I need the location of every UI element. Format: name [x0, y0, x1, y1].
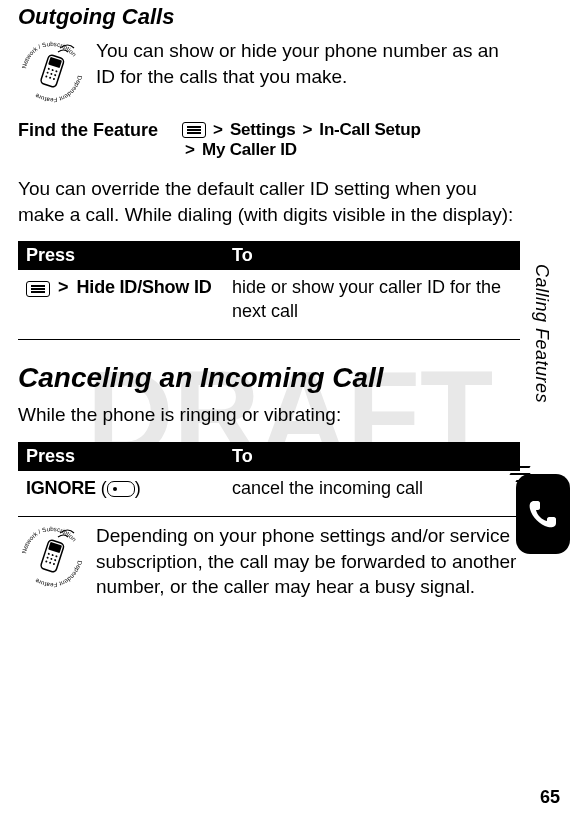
table-rule: [18, 339, 520, 340]
press-hide-show-id: Hide ID/Show ID: [77, 277, 212, 297]
col-to: To: [224, 442, 520, 471]
override-text: You can override the default caller ID s…: [18, 176, 520, 227]
col-press: Press: [18, 442, 224, 471]
find-the-feature-label: Find the Feature: [18, 120, 158, 160]
network-subscription-dependent-icon: Network / Subscription Dependent Feature: [18, 523, 86, 591]
to-hide-show-id: hide or show your caller ID for the next…: [224, 270, 520, 333]
network-subscription-dependent-icon: Network / Subscription Dependent Feature: [18, 38, 86, 106]
heading-outgoing-calls: Outgoing Calls: [18, 4, 520, 30]
outgoing-intro-text: You can show or hide your phone number a…: [96, 38, 520, 89]
heading-canceling-call: Canceling an Incoming Call: [18, 362, 520, 394]
page-number: 65: [540, 787, 560, 808]
phone-tab-icon: [516, 474, 570, 554]
feature-path-line-1: > Settings > In-Call Setup: [182, 120, 421, 140]
col-to: To: [224, 241, 520, 270]
find-the-feature-block: Find the Feature > Settings > In-Call Se…: [18, 120, 520, 160]
table-row: IGNORE () cancel the incoming call: [18, 471, 520, 510]
side-tab-calling-features: Calling Features: [531, 264, 552, 403]
ignore-table: Press To IGNORE () cancel the incoming c…: [18, 442, 520, 510]
col-press: Press: [18, 241, 224, 270]
press-ignore: IGNORE: [26, 478, 96, 498]
cancel-note-text: Depending on your phone settings and/or …: [96, 523, 520, 600]
hide-show-id-table: Press To > Hide ID/Show ID hide or show …: [18, 241, 520, 333]
canceling-intro-text: While the phone is ringing or vibrating:: [18, 402, 520, 428]
table-row: > Hide ID/Show ID hide or show your call…: [18, 270, 520, 333]
table-rule: [18, 516, 520, 517]
menu-key-icon: [182, 122, 206, 138]
to-ignore: cancel the incoming call: [224, 471, 520, 510]
feature-path-line-2: > My Caller ID: [182, 140, 421, 160]
right-soft-key-icon: [107, 481, 135, 497]
menu-key-icon: [26, 281, 50, 297]
